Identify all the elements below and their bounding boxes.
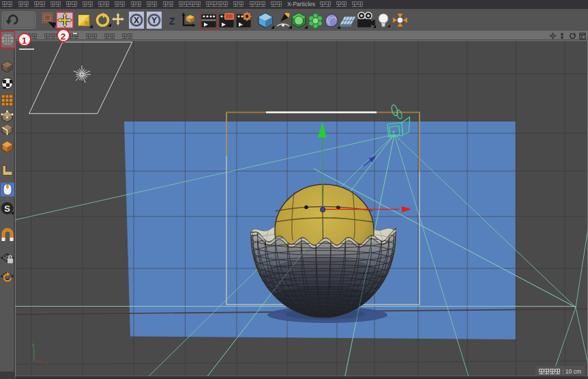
svg-text:Z: Z [169,16,175,27]
svg-text:x: x [46,361,49,365]
svg-text:y: y [32,342,35,348]
svg-text:S: S [4,203,10,214]
svg-text:Y: Y [151,16,157,25]
svg-text:X: X [134,16,139,25]
